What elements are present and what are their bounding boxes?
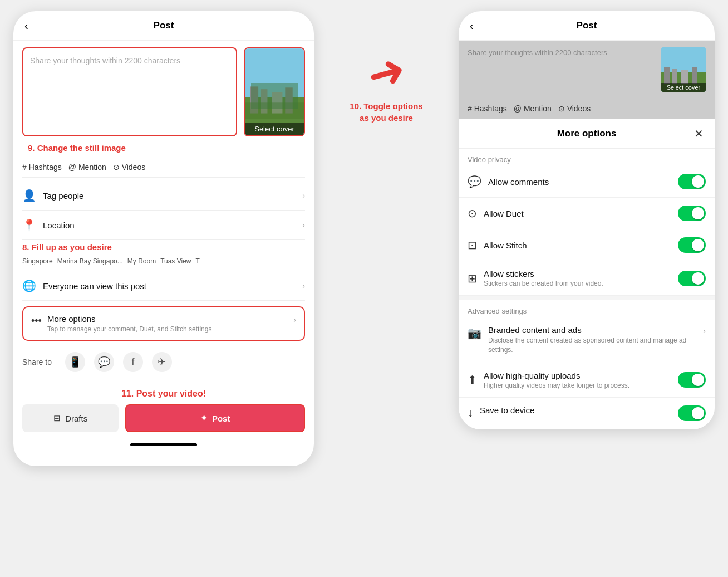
- right-hashtags-button[interactable]: # Hashtags: [468, 104, 507, 113]
- stickers-icon: ⊞: [468, 272, 477, 285]
- right-cover-image[interactable]: Select cover: [661, 47, 706, 92]
- save-label: Save to device: [480, 405, 678, 415]
- big-arrow: ➜: [362, 46, 410, 99]
- videos-button[interactable]: ⊙ Videos: [113, 163, 145, 172]
- high-quality-row: ⬆ Allow high-quality uploads Higher qual…: [459, 363, 715, 398]
- annotation-still-image: 9. Change the still image: [28, 143, 305, 153]
- back-button-left[interactable]: ‹: [24, 19, 28, 32]
- hashtags-button[interactable]: # Hashtags: [22, 163, 62, 172]
- dots-icon: •••: [31, 315, 42, 327]
- location-tag-singapore[interactable]: Singapore: [22, 257, 53, 265]
- right-cover-label: Select cover: [661, 83, 706, 92]
- branded-content-sub: Disclose the content created as sponsore…: [488, 336, 703, 355]
- everyone-row[interactable]: 🌐 Everyone can view this post ›: [22, 271, 305, 301]
- right-mention-button[interactable]: @ Mention: [514, 104, 552, 113]
- location-tag-myroom[interactable]: My Room: [127, 257, 156, 265]
- branded-content: Branded content and ads Disclose the con…: [488, 325, 703, 355]
- advanced-settings-label: Advanced settings: [459, 300, 715, 317]
- comment-icon: 💬: [468, 175, 481, 188]
- allow-stitch-toggle[interactable]: [678, 237, 706, 253]
- svg-rect-9: [664, 67, 670, 84]
- location-tag-t[interactable]: T: [196, 257, 200, 265]
- more-options-title: More options: [47, 314, 293, 324]
- high-quality-label: Allow high-quality uploads: [484, 371, 629, 380]
- svg-rect-6: [245, 102, 304, 119]
- branded-content-row[interactable]: 📷 Branded content and ads Disclose the c…: [459, 317, 715, 363]
- left-phone-title: Post: [154, 20, 174, 31]
- chevron-right-icon-3: ›: [302, 281, 305, 290]
- facebook-share-icon[interactable]: f: [123, 352, 143, 372]
- save-to-device-row: ↓ Save to device: [459, 398, 715, 429]
- right-phone-title: Post: [577, 20, 597, 31]
- location-tags-row: Singapore Marina Bay Singapo... My Room …: [22, 254, 305, 271]
- more-options-close-button[interactable]: ✕: [694, 127, 704, 140]
- right-hashtag-row: # Hashtags @ Mention ⊙ Videos: [459, 99, 715, 119]
- allow-comments-row: 💬 Allow comments: [459, 166, 715, 198]
- tag-people-label: Tag people: [43, 191, 302, 201]
- allow-duet-toggle[interactable]: [678, 206, 706, 221]
- whatsapp-share-icon[interactable]: 📱: [65, 352, 85, 372]
- text-input-area[interactable]: Share your thoughts within 2200 characte…: [22, 47, 237, 136]
- messenger-share-icon[interactable]: 💬: [94, 352, 114, 372]
- cover-label: Select cover: [245, 123, 304, 135]
- advanced-section: Advanced settings 📷 Branded content and …: [459, 296, 715, 429]
- right-phone-header: ‹ Post: [459, 11, 715, 41]
- globe-icon: 🌐: [22, 279, 36, 292]
- drafts-button[interactable]: ⊟ Drafts: [22, 404, 119, 432]
- duet-icon: ⊙: [468, 207, 477, 220]
- save-toggle[interactable]: [678, 405, 706, 421]
- stitch-icon: ⊡: [468, 238, 477, 252]
- svg-rect-12: [692, 67, 697, 84]
- more-options-panel-title: More options: [557, 128, 617, 139]
- more-options-panel-header: More options ✕: [459, 119, 715, 149]
- home-indicator: [130, 443, 197, 446]
- hashtag-row: # Hashtags @ Mention ⊙ Videos: [22, 157, 305, 178]
- allow-stickers-sub: Stickers can be created from your video.: [484, 280, 603, 287]
- text-input-placeholder: Share your thoughts within 2200 characte…: [30, 56, 180, 65]
- right-text-placeholder: Share your thoughts within 2200 characte…: [468, 47, 655, 58]
- high-quality-toggle[interactable]: [678, 372, 706, 388]
- allow-stitch-row: ⊡ Allow Stitch: [459, 229, 715, 261]
- bottom-buttons: ⊟ Drafts ✦ Post: [22, 404, 305, 438]
- high-quality-sub: Higher quality videos may take longer to…: [484, 382, 629, 389]
- tag-people-row[interactable]: 👤 Tag people ›: [22, 181, 305, 211]
- mention-button[interactable]: @ Mention: [68, 163, 106, 172]
- save-icon: ↓: [468, 407, 473, 419]
- allow-stickers-row: ⊞ Allow stickers Stickers can be created…: [459, 261, 715, 296]
- allow-duet-label: Allow Duet: [484, 209, 678, 218]
- allow-stitch-label: Allow Stitch: [484, 241, 678, 250]
- more-options-sub: Tap to manage your comment, Duet, and St…: [47, 325, 293, 333]
- left-phone-header: ‹ Post: [13, 11, 314, 41]
- drafts-icon: ⊟: [53, 413, 61, 423]
- video-privacy-label: Video privacy: [459, 149, 715, 166]
- left-phone: ‹ Post Share your thoughts within 2200 c…: [13, 11, 314, 466]
- location-tag-tuasview[interactable]: Tuas View: [160, 257, 191, 265]
- allow-comments-label: Allow comments: [488, 177, 678, 187]
- allow-duet-row: ⊙ Allow Duet: [459, 198, 715, 229]
- location-row[interactable]: 📍 Location ›: [22, 211, 305, 240]
- allow-comments-toggle[interactable]: [678, 174, 706, 189]
- share-row: Share to 📱 💬 f ✈: [22, 346, 305, 378]
- post-area: Share your thoughts within 2200 characte…: [22, 47, 305, 136]
- svg-rect-10: [672, 69, 677, 84]
- cover-image-box[interactable]: Select cover: [244, 47, 305, 136]
- person-icon: 👤: [22, 189, 36, 202]
- allow-stickers-toggle[interactable]: [678, 271, 706, 286]
- post-label: Post: [212, 414, 230, 423]
- telegram-share-icon[interactable]: ✈: [152, 352, 172, 372]
- location-tag-marinabay[interactable]: Marina Bay Singapo...: [57, 257, 123, 265]
- more-options-content: More options Tap to manage your comment,…: [47, 314, 293, 333]
- post-icon: ✦: [200, 413, 208, 423]
- annotation-fill: 8. Fill up as you desire: [22, 242, 305, 252]
- everyone-label: Everyone can view this post: [43, 281, 302, 291]
- annotation-post: 11. Post your video!: [22, 389, 305, 399]
- svg-rect-11: [681, 70, 688, 84]
- share-label: Share to: [22, 358, 52, 366]
- right-videos-button[interactable]: ⊙ Videos: [558, 104, 591, 113]
- branded-chevron: ›: [703, 326, 706, 335]
- post-button[interactable]: ✦ Post: [125, 404, 305, 432]
- back-button-right[interactable]: ‹: [470, 19, 474, 32]
- location-pin-icon: 📍: [22, 218, 36, 232]
- more-options-box[interactable]: ••• More options Tap to manage your comm…: [22, 306, 305, 341]
- left-phone-content: Share your thoughts within 2200 characte…: [13, 41, 314, 455]
